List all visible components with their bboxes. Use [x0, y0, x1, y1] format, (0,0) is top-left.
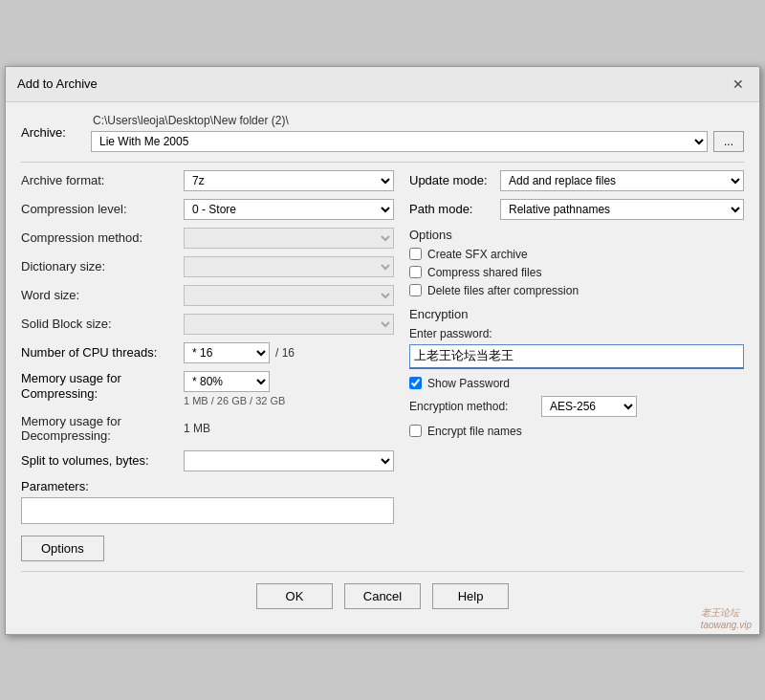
password-input[interactable]: [409, 344, 744, 369]
archive-filename-select[interactable]: Lie With Me 2005: [91, 131, 708, 152]
compress-shared-checkbox[interactable]: [409, 266, 422, 278]
options-group-title: Options: [409, 228, 744, 242]
encrypt-filenames-checkbox[interactable]: [409, 425, 422, 437]
parameters-label: Parameters:: [21, 479, 394, 493]
path-mode-row: Path mode: Relative pathnames Absolute p…: [409, 199, 744, 220]
show-password-row: Show Password: [409, 377, 744, 390]
dictionary-size-select[interactable]: [184, 256, 394, 277]
watermark: 老王论坛taowang.vip: [701, 606, 752, 630]
show-password-checkbox[interactable]: [409, 377, 422, 389]
encryption-method-row: Encryption method: AES-256 ZipCrypto: [409, 396, 744, 417]
archive-format-row: Archive format: 7z zip tar: [21, 170, 394, 191]
right-column: Update mode: Add and replace files Updat…: [409, 170, 744, 561]
compression-method-row: Compression method:: [21, 228, 394, 249]
memory-decompressing-label: Memory usage for Decompressing:: [21, 414, 184, 443]
left-column: Archive format: 7z zip tar Compression l…: [21, 170, 394, 561]
memory-compressing-row: Memory usage for Compressing: * 80% 25% …: [21, 371, 394, 406]
create-sfx-row: Create SFX archive: [409, 248, 744, 261]
archive-label: Archive:: [21, 125, 83, 140]
dialog-title: Add to Archive: [17, 77, 98, 91]
archive-row: Archive: C:\Users\leoja\Desktop\New fold…: [21, 114, 744, 152]
solid-block-size-row: Solid Block size:: [21, 314, 394, 335]
dictionary-size-label: Dictionary size:: [21, 259, 184, 273]
update-mode-label: Update mode:: [409, 173, 500, 187]
memory-decompressing-value: 1 MB: [184, 422, 210, 435]
cpu-threads-select[interactable]: * 16 1 2 4 8: [184, 342, 270, 363]
cpu-threads-row: Number of CPU threads: * 16 1 2 4 8 / 16: [21, 342, 394, 363]
create-sfx-label[interactable]: Create SFX archive: [427, 248, 528, 261]
cancel-button[interactable]: Cancel: [344, 583, 421, 609]
archive-format-label: Archive format:: [21, 173, 184, 187]
ok-button[interactable]: OK: [256, 583, 333, 609]
path-mode-label: Path mode:: [409, 202, 500, 216]
memory-decompressing-row: Memory usage for Decompressing: 1 MB: [21, 414, 394, 443]
path-mode-select[interactable]: Relative pathnames Absolute pathnames No…: [500, 199, 744, 220]
add-to-archive-dialog: Add to Archive ✕ Archive: C:\Users\leoja…: [5, 66, 760, 635]
encrypt-filenames-row: Encrypt file names: [409, 425, 744, 438]
create-sfx-checkbox[interactable]: [409, 248, 422, 260]
word-size-label: Word size:: [21, 288, 184, 302]
solid-block-size-select[interactable]: [184, 314, 394, 335]
dialog-body: Archive: C:\Users\leoja\Desktop\New fold…: [6, 102, 759, 634]
options-button[interactable]: Options: [21, 536, 104, 561]
dictionary-size-row: Dictionary size:: [21, 256, 394, 277]
memory-compressing-label: Memory usage for Compressing:: [21, 371, 184, 404]
word-size-select[interactable]: [184, 285, 394, 306]
encryption-title: Encryption: [409, 307, 744, 321]
delete-after-checkbox[interactable]: [409, 284, 422, 296]
compress-shared-label[interactable]: Compress shared files: [427, 266, 541, 279]
memory-compressing-select[interactable]: * 80% 25% 50% 75% 100%: [184, 371, 270, 392]
split-volumes-row: Split to volumes, bytes:: [21, 450, 394, 471]
cpu-threads-suffix: / 16: [275, 346, 295, 360]
solid-block-size-label: Solid Block size:: [21, 317, 184, 331]
memory-compressing-top: * 80% 25% 50% 75% 100%: [184, 371, 394, 392]
archive-subpath: C:\Users\leoja\Desktop\New folder (2)\: [93, 114, 744, 127]
bottom-buttons: OK Cancel Help: [21, 571, 744, 623]
compression-level-label: Compression level:: [21, 202, 184, 216]
encryption-method-label: Encryption method:: [409, 400, 534, 413]
compression-method-select[interactable]: [184, 228, 394, 249]
enter-password-label: Enter password:: [409, 327, 744, 340]
options-group: Options Create SFX archive Compress shar…: [409, 228, 744, 297]
compression-method-label: Compression method:: [21, 230, 184, 245]
parameters-section: Parameters:: [21, 479, 394, 524]
encryption-method-select[interactable]: AES-256 ZipCrypto: [541, 396, 637, 417]
browse-button[interactable]: ...: [713, 131, 744, 152]
help-button[interactable]: Help: [432, 583, 509, 609]
split-volumes-select[interactable]: [184, 450, 394, 471]
parameters-input[interactable]: [21, 497, 394, 524]
compress-shared-row: Compress shared files: [409, 266, 744, 279]
compression-level-select[interactable]: 0 - Store 1 - Fastest 5 - Normal 9 - Ult…: [184, 199, 394, 220]
delete-after-row: Delete files after compression: [409, 284, 744, 297]
close-button[interactable]: ✕: [729, 75, 748, 94]
encryption-group: Encryption Enter password: Show Password…: [409, 307, 744, 438]
compression-level-row: Compression level: 0 - Store 1 - Fastest…: [21, 199, 394, 220]
update-mode-row: Update mode: Add and replace files Updat…: [409, 170, 744, 191]
cpu-threads-label: Number of CPU threads:: [21, 345, 184, 360]
word-size-row: Word size:: [21, 285, 394, 306]
update-mode-select[interactable]: Add and replace files Update and add fil…: [500, 170, 744, 191]
title-bar: Add to Archive ✕: [6, 67, 759, 102]
delete-after-label[interactable]: Delete files after compression: [427, 284, 579, 297]
memory-compressing-sub: 1 MB / 26 GB / 32 GB: [184, 395, 394, 406]
encrypt-filenames-label[interactable]: Encrypt file names: [427, 425, 522, 438]
archive-path-wrapper: C:\Users\leoja\Desktop\New folder (2)\ L…: [91, 114, 744, 152]
archive-select-row: Lie With Me 2005 ...: [91, 131, 744, 152]
archive-format-select[interactable]: 7z zip tar: [184, 170, 394, 191]
split-volumes-label: Split to volumes, bytes:: [21, 453, 184, 468]
memory-compressing-right: * 80% 25% 50% 75% 100% 1 MB / 26 GB / 32…: [184, 371, 394, 406]
two-col-layout: Archive format: 7z zip tar Compression l…: [21, 170, 744, 561]
divider: [21, 162, 744, 163]
show-password-label[interactable]: Show Password: [427, 377, 510, 390]
